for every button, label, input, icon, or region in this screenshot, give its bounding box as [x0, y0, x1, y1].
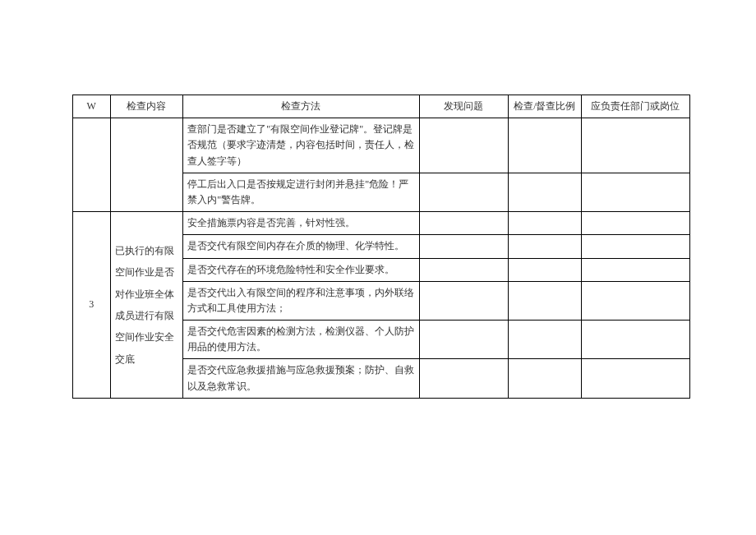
cell-ratio	[508, 359, 581, 398]
cell-dept	[581, 212, 689, 235]
cell-found	[419, 118, 508, 173]
cell-found	[419, 359, 508, 398]
cell-ratio	[508, 212, 581, 235]
table-row: 查部门是否建立了"有限空间作业登记牌"。登记牌是否规范（要求字迹清楚，内容包括时…	[73, 118, 690, 173]
header-ratio: 检查/督查比例	[508, 95, 581, 118]
header-dept: 应负责任部门或岗位	[581, 95, 689, 118]
header-content: 检查内容	[110, 95, 183, 118]
cell-num	[73, 118, 111, 212]
cell-found	[419, 281, 508, 320]
cell-ratio	[508, 321, 581, 359]
cell-ratio	[508, 281, 581, 320]
cell-found	[419, 321, 508, 359]
table-header-row: W 检查内容 检查方法 发现问题 检查/督查比例 应负责任部门或岗位	[73, 95, 690, 118]
cell-found	[419, 235, 508, 258]
cell-ratio	[508, 258, 581, 281]
cell-dept	[581, 118, 689, 173]
cell-dept	[581, 173, 689, 211]
cell-method: 停工后出入口是否按规定进行封闭并悬挂"危险！严禁入内"警告牌。	[183, 173, 419, 211]
header-num: W	[73, 95, 111, 118]
cell-num: 3	[73, 212, 111, 399]
cell-content: 已执行的有限空间作业是否对作业班全体成员进行有限空间作业安全交底	[110, 212, 183, 399]
cell-dept	[581, 281, 689, 320]
cell-ratio	[508, 235, 581, 258]
cell-method: 是否交代危害因素的检测方法，检测仪器、个人防护用品的使用方法。	[183, 321, 419, 359]
cell-method: 安全措施票内容是否完善，针对性强。	[183, 212, 419, 235]
cell-method: 是否交代存在的环境危险特性和安全作业要求。	[183, 258, 419, 281]
table-row: 3 已执行的有限空间作业是否对作业班全体成员进行有限空间作业安全交底 安全措施票…	[73, 212, 690, 235]
cell-found	[419, 173, 508, 211]
cell-dept	[581, 359, 689, 398]
cell-method: 是否交代应急救援措施与应急救援预案；防护、自救以及急救常识。	[183, 359, 419, 398]
cell-found	[419, 258, 508, 281]
header-found: 发现问题	[419, 95, 508, 118]
inspection-table: W 检查内容 检查方法 发现问题 检查/督查比例 应负责任部门或岗位 查部门是否…	[72, 95, 690, 399]
cell-ratio	[508, 118, 581, 173]
header-method: 检查方法	[183, 95, 419, 118]
cell-content	[110, 118, 183, 212]
cell-method: 查部门是否建立了"有限空间作业登记牌"。登记牌是否规范（要求字迹清楚，内容包括时…	[183, 118, 419, 173]
cell-dept	[581, 258, 689, 281]
cell-method: 是否交代有限空间内存在介质的物理、化学特性。	[183, 235, 419, 258]
cell-dept	[581, 235, 689, 258]
cell-ratio	[508, 173, 581, 211]
cell-method: 是否交代出入有限空间的程序和注意事项，内外联络方式和工具使用方法；	[183, 281, 419, 320]
cell-dept	[581, 321, 689, 359]
cell-found	[419, 212, 508, 235]
